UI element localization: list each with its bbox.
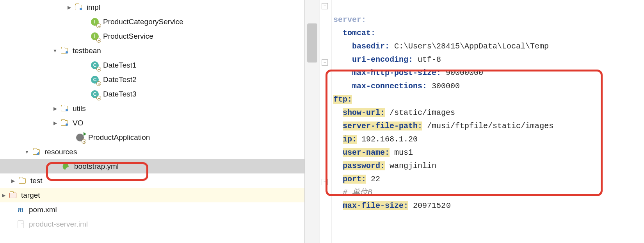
tree-item-test[interactable]: ▶ test	[0, 173, 304, 188]
yaml-value: 2097152	[413, 201, 446, 210]
padlock-icon: ⬥	[96, 81, 101, 86]
yaml-key-show-url: show-url:	[343, 108, 385, 117]
interface-icon: I⬥	[91, 32, 99, 41]
yaml-key-ip: ip:	[343, 135, 357, 144]
tree-item-iml[interactable]: ▶ product-server.iml	[0, 217, 304, 231]
chevron-right-icon[interactable]: ▶	[52, 120, 59, 126]
class-icon: C⬥	[91, 61, 99, 70]
yaml-value: 0	[446, 201, 451, 210]
tree-item-testbean[interactable]: ▼ testbean	[0, 43, 304, 58]
tree-item-datetest2[interactable]: ▶ C⬥ DateTest2	[0, 72, 304, 87]
folder-icon	[18, 177, 27, 185]
tree-label: pom.xml	[29, 205, 57, 214]
yaml-key-max-connections: max-connections:	[352, 82, 427, 91]
interface-icon: I⬥	[91, 18, 99, 26]
yaml-value: 22	[371, 175, 380, 184]
padlock-icon: ⬥	[96, 67, 101, 71]
excluded-folder-icon	[9, 191, 17, 200]
yaml-value: 90000000	[446, 68, 483, 77]
yaml-key-user-name: user-name:	[343, 148, 390, 157]
yaml-value: wangjinlin	[390, 161, 436, 170]
code-content[interactable]: server: tomcat: basedir: C:\Users\28415\…	[333, 0, 644, 243]
package-folder-icon	[60, 46, 69, 55]
code-editor[interactable]: − − − server: tomcat: basedir: C:\Users\…	[320, 0, 644, 243]
yaml-value: musi	[394, 148, 413, 157]
yaml-comment: # 单位B	[343, 188, 372, 197]
chevron-right-icon[interactable]: ▶	[66, 5, 73, 10]
tree-item-product-service[interactable]: ▶ I⬥ ProductService	[0, 29, 304, 43]
tree-label: target	[21, 191, 40, 200]
project-tree-pane[interactable]: ▶ impl ▶ I⬥ ProductCategoryService ▶ I⬥ …	[0, 0, 304, 243]
tree-label: DateTest2	[103, 75, 137, 84]
tree-item-datetest1[interactable]: ▶ C⬥ DateTest1	[0, 58, 304, 72]
class-icon: C⬥	[91, 90, 99, 98]
tree-item-pom-xml[interactable]: ▶ m pom.xml	[0, 202, 304, 217]
yaml-key-port: port:	[343, 175, 366, 184]
tree-item-resources[interactable]: ▼ resources	[0, 145, 304, 159]
yaml-value: /musi/ftpfile/static/images	[427, 122, 553, 130]
tree-label: product-server.iml	[29, 220, 88, 229]
yaml-key-ftp: ftp:	[333, 95, 352, 104]
tree-label: ProductApplication	[88, 133, 150, 142]
yaml-key-max-http-post-size: max-http-post-size:	[352, 68, 441, 77]
yaml-key-password: password:	[343, 161, 385, 170]
chevron-right-icon[interactable]: ▶	[0, 193, 7, 198]
tree-label: DateTest1	[103, 61, 137, 70]
chevron-down-icon[interactable]: ▼	[52, 48, 59, 54]
tree-item-bootstrap-yml[interactable]: ▶ bootstrap.yml	[0, 159, 304, 173]
scrollbar-thumb[interactable]	[307, 23, 317, 63]
tree-label: test	[30, 177, 43, 185]
tree-label: testbean	[73, 46, 101, 55]
spring-config-icon	[62, 162, 70, 171]
tree-item-product-application[interactable]: ▶ ⬥ ProductApplication	[0, 130, 304, 145]
yaml-key-server: server:	[333, 15, 366, 24]
yaml-value: C:\Users\28415\AppData\Local\Temp	[394, 42, 549, 51]
padlock-icon: ⬥	[96, 23, 101, 28]
tree-label: VO	[73, 119, 83, 127]
tree-label: utils	[73, 104, 86, 113]
tree-label: bootstrap.yml	[74, 162, 119, 171]
yaml-value: /static/images	[390, 108, 455, 117]
tree-item-vo[interactable]: ▶ VO	[0, 116, 304, 130]
editor-gutter: − − −	[320, 0, 332, 243]
yaml-value: utf-8	[418, 55, 441, 64]
tree-item-impl[interactable]: ▶ impl	[0, 0, 304, 14]
tree-label: ProductCategoryService	[103, 18, 183, 26]
package-folder-icon	[74, 3, 83, 12]
padlock-icon: ⬥	[82, 139, 86, 144]
tree-label: impl	[87, 3, 100, 12]
chevron-right-icon[interactable]: ▶	[9, 178, 16, 184]
yaml-key-tomcat: tomcat:	[343, 29, 375, 38]
yaml-value: 300000	[432, 82, 460, 91]
chevron-down-icon[interactable]: ▼	[23, 149, 30, 155]
yaml-key-basedir: basedir:	[352, 42, 390, 51]
padlock-icon: ⬥	[96, 38, 101, 43]
tree-label: resources	[44, 148, 77, 156]
yaml-key-max-file-size: max-file-size:	[343, 201, 408, 210]
tree-label: DateTest3	[103, 90, 137, 98]
package-folder-icon	[60, 104, 69, 113]
yaml-key-server-file-path: server-file-path:	[343, 122, 422, 130]
fold-icon[interactable]: −	[322, 3, 328, 9]
maven-icon: m	[16, 205, 25, 214]
fold-icon[interactable]: −	[322, 59, 328, 66]
package-folder-icon	[60, 119, 69, 127]
tree-item-target[interactable]: ▶ target	[0, 188, 304, 202]
split-divider[interactable]	[304, 0, 320, 243]
yaml-key-uri-encoding: uri-encoding:	[352, 55, 413, 64]
tree-label: ProductService	[103, 32, 153, 41]
yaml-value: 192.168.1.20	[361, 135, 418, 144]
padlock-icon: ⬥	[96, 96, 101, 100]
tree-item-product-category-service[interactable]: ▶ I⬥ ProductCategoryService	[0, 14, 304, 29]
tree-item-datetest3[interactable]: ▶ C⬥ DateTest3	[0, 87, 304, 101]
fold-icon[interactable]: −	[322, 179, 328, 185]
resources-folder-icon	[32, 148, 41, 156]
run-icon	[84, 132, 86, 136]
spring-boot-app-icon: ⬥	[76, 133, 84, 142]
chevron-right-icon[interactable]: ▶	[52, 106, 59, 111]
file-icon	[16, 220, 25, 229]
class-icon: C⬥	[91, 75, 99, 84]
tree-item-utils[interactable]: ▶ utils	[0, 101, 304, 116]
